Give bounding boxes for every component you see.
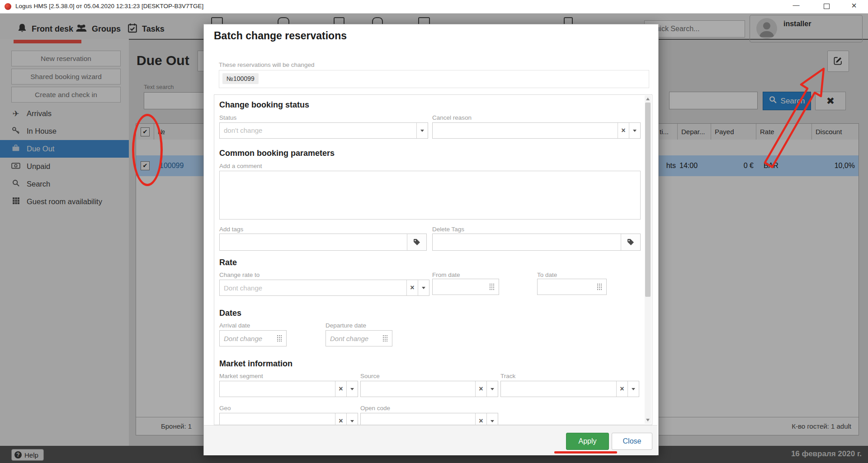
chevron-down-icon[interactable] (486, 413, 498, 425)
dialog-footer: Apply Close (204, 425, 657, 455)
chevron-down-icon[interactable] (346, 381, 358, 397)
track-input[interactable] (501, 381, 616, 397)
source-select[interactable]: × (360, 381, 498, 397)
chevron-down-icon[interactable] (416, 123, 428, 138)
reservations-will-change-label: These reservations will be changed (219, 61, 315, 68)
to-date-field[interactable] (537, 279, 607, 295)
change-rate-input[interactable] (220, 280, 406, 295)
add-tags-input[interactable] (220, 234, 407, 250)
dialog-scrollbar[interactable] (645, 95, 651, 424)
open-code-label: Open code (360, 405, 390, 412)
clear-icon[interactable]: × (616, 381, 627, 397)
delete-tags-label: Delete Tags (432, 226, 464, 233)
reservations-token-field[interactable]: №100099 (219, 70, 649, 88)
clear-icon[interactable]: × (618, 123, 629, 138)
batch-change-reservations-dialog: Batch change reservations These reservat… (203, 24, 659, 455)
window-title: Logus HMS [2.5.38.0] от 05.04.2020 12:31… (15, 3, 203, 9)
departure-date-field[interactable] (326, 330, 392, 346)
clear-icon[interactable]: × (475, 413, 486, 425)
chevron-down-icon[interactable] (346, 413, 358, 425)
source-input[interactable] (361, 381, 475, 397)
clear-icon[interactable]: × (335, 413, 346, 425)
from-date-field[interactable] (432, 279, 499, 295)
section-heading-rate: Rate (219, 258, 237, 267)
comment-label: Add a comment (219, 163, 262, 169)
change-rate-label: Change rate to (219, 271, 259, 278)
chevron-down-icon[interactable] (629, 123, 640, 138)
minimize-button[interactable]: — (788, 0, 804, 12)
clear-icon[interactable]: × (335, 381, 346, 397)
app-logo-icon (5, 3, 11, 10)
change-rate-select[interactable]: × (219, 280, 429, 296)
section-heading-common: Common booking parameters (219, 149, 335, 158)
departure-date-input[interactable] (326, 331, 383, 346)
delete-tags-field[interactable] (432, 234, 641, 251)
calendar-icon[interactable] (490, 284, 495, 290)
track-select[interactable]: × (500, 381, 639, 397)
to-date-label: To date (537, 271, 557, 278)
clear-icon[interactable]: × (406, 280, 418, 295)
geo-input[interactable] (220, 413, 335, 425)
track-label: Track (500, 373, 515, 379)
arrival-date-field[interactable] (219, 330, 287, 346)
chevron-down-icon[interactable] (486, 381, 498, 397)
scroll-up-arrow[interactable] (646, 98, 650, 100)
market-segment-input[interactable] (220, 381, 335, 397)
status-select[interactable]: don't change (219, 122, 428, 139)
geo-select[interactable]: × (219, 413, 358, 425)
from-date-label: From date (432, 271, 460, 278)
reservation-token: №100099 (222, 73, 259, 84)
arrival-date-label: Arrival date (219, 322, 250, 329)
market-segment-select[interactable]: × (219, 381, 358, 397)
status-value: don't change (220, 123, 416, 138)
section-heading-booking-status: Change booking status (219, 100, 309, 110)
delete-tags-input[interactable] (433, 234, 621, 250)
market-segment-label: Market segment (219, 373, 263, 379)
calendar-icon[interactable] (597, 284, 603, 290)
cancel-reason-select[interactable]: × (432, 122, 641, 139)
to-date-input[interactable] (538, 279, 597, 295)
calendar-icon[interactable] (383, 335, 388, 342)
dialog-title: Batch change reservations (214, 30, 347, 42)
geo-label: Geo (219, 405, 231, 412)
tag-icon[interactable] (407, 234, 426, 250)
scrollbar-thumb[interactable] (645, 103, 651, 297)
status-label: Status (219, 114, 236, 121)
dialog-scroll-area: Change booking status Status don't chang… (214, 94, 652, 425)
arrival-date-input[interactable] (220, 331, 277, 346)
scroll-down-arrow[interactable] (646, 419, 650, 421)
section-heading-dates: Dates (219, 309, 241, 318)
calendar-icon[interactable] (277, 335, 283, 342)
clear-icon[interactable]: × (475, 381, 486, 397)
open-code-select[interactable]: × (360, 413, 498, 425)
close-window-button[interactable]: × (846, 0, 862, 12)
cancel-reason-label: Cancel reason (432, 114, 472, 121)
chevron-down-icon[interactable] (627, 381, 639, 397)
from-date-input[interactable] (433, 279, 490, 295)
departure-date-label: Departure date (326, 322, 366, 329)
maximize-button[interactable] (824, 4, 830, 9)
comment-textarea[interactable] (219, 171, 641, 220)
window-title-bar: Logus HMS [2.5.38.0] от 05.04.2020 12:31… (0, 0, 868, 14)
open-code-input[interactable] (361, 413, 475, 425)
source-label: Source (360, 373, 380, 379)
add-tags-field[interactable] (219, 234, 427, 251)
close-button[interactable]: Close (612, 433, 652, 450)
cancel-reason-input[interactable] (433, 123, 618, 138)
tag-icon[interactable] (621, 234, 640, 250)
apply-button[interactable]: Apply (566, 433, 609, 450)
add-tags-label: Add tags (219, 226, 243, 233)
chevron-down-icon[interactable] (418, 280, 429, 295)
section-heading-market: Market information (219, 359, 292, 369)
